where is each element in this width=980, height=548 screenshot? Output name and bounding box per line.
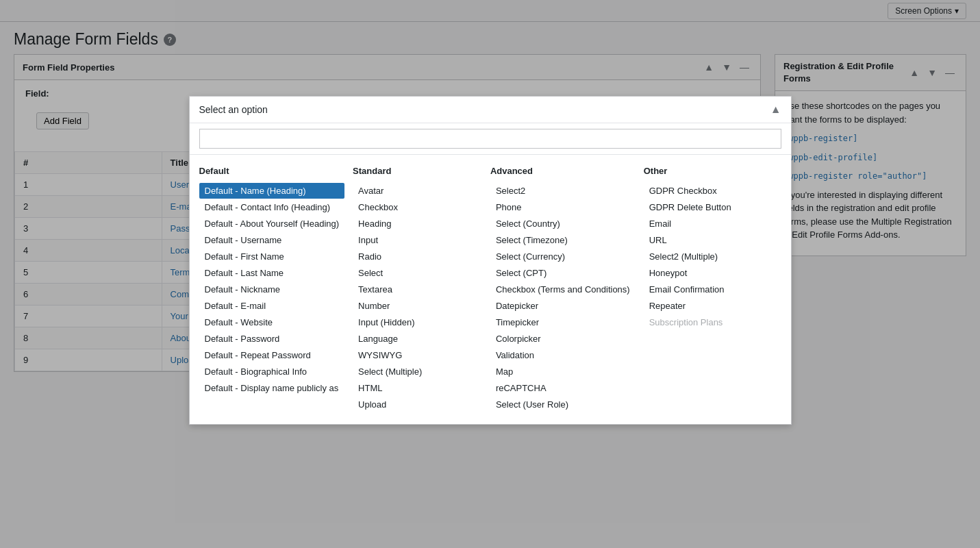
modal-option-item[interactable]: Select (User Role) [490,397,636,399]
modal-option-item[interactable]: Default - About Yourself (Heading) [199,216,345,232]
modal-option-item[interactable]: Validation [490,347,636,363]
modal-col-other: OtherGDPR CheckboxGDPR Delete ButtonEmai… [644,166,781,399]
modal-option-item[interactable]: Default - Username [199,232,345,248]
modal-option-item[interactable]: Default - Name (Heading) [199,183,345,199]
modal-col-advanced: AdvancedSelect2PhoneSelect (Country)Sele… [490,166,644,399]
modal-option-item[interactable]: Select (Country) [490,216,636,232]
modal-option-item[interactable]: Select (Timezone) [490,232,636,248]
modal-overlay: Select an option ▲ DefaultDefault - Name… [0,0,980,399]
modal-option-item[interactable]: Select (Currency) [490,249,636,264]
modal-option-item[interactable]: WYSIWYG [353,347,482,363]
modal-option-item[interactable]: Upload [353,397,482,399]
modal-option-item[interactable]: Default - Repeat Password [199,347,345,363]
modal-option-item[interactable]: Input (Hidden) [353,314,482,330]
modal-box: Select an option ▲ DefaultDefault - Name… [189,96,792,399]
modal-columns: DefaultDefault - Name (Heading)Default -… [190,155,791,399]
modal-close-button[interactable]: ▲ [770,103,781,116]
col-heading-standard: Standard [353,166,482,176]
modal-option-item[interactable]: Default - Biographical Info [199,364,345,379]
modal-option-item[interactable]: Default - Nickname [199,282,345,297]
modal-option-item[interactable]: Heading [353,216,482,232]
modal-search-area [190,123,791,155]
modal-option-item[interactable]: Default - Last Name [199,265,345,281]
modal-option-item[interactable]: Avatar [353,183,482,199]
modal-option-item[interactable]: Email Confirmation [644,282,773,297]
col-heading-other: Other [644,166,773,176]
modal-option-item[interactable]: Language [353,331,482,347]
modal-option-item[interactable]: Checkbox (Terms and Conditions) [490,282,636,297]
modal-search-input[interactable] [199,129,781,149]
modal-option-item[interactable]: Phone [490,199,636,215]
modal-option-item[interactable]: Map [490,364,636,379]
modal-option-item[interactable]: Select (CPT) [490,265,636,281]
modal-option-item[interactable]: Timepicker [490,314,636,330]
modal-option-item[interactable]: Default - First Name [199,249,345,264]
modal-option-item[interactable]: Select [353,265,482,281]
modal-option-item[interactable]: Email [644,216,773,232]
modal-option-item[interactable]: Textarea [353,282,482,297]
modal-option-item[interactable]: Number [353,298,482,314]
modal-option-item[interactable]: Default - Contact Info (Heading) [199,199,345,215]
modal-option-item[interactable]: Default - Website [199,314,345,330]
modal-option-item[interactable]: Select2 (Multiple) [644,249,773,264]
modal-header: Select an option ▲ [190,97,791,123]
col-heading-advanced: Advanced [490,166,636,176]
modal-option-item[interactable]: reCAPTCHA [490,380,636,396]
modal-option-item[interactable]: GDPR Checkbox [644,183,773,199]
modal-option-item[interactable]: Radio [353,249,482,264]
modal-option-item[interactable]: Default - Display name publicly as [199,380,345,396]
modal-option-item[interactable]: URL [644,232,773,248]
col-heading-default: Default [199,166,345,176]
modal-option-item[interactable]: Input [353,232,482,248]
modal-option-item[interactable]: Checkbox [353,199,482,215]
modal-option-item[interactable]: Colorpicker [490,331,636,347]
modal-option-item[interactable]: Datepicker [490,298,636,314]
modal-title: Select an option [199,104,268,115]
modal-option-item[interactable]: Honeypot [644,265,773,281]
modal-col-standard: StandardAvatarCheckboxHeadingInputRadioS… [353,166,490,399]
modal-option-item[interactable]: Select (Multiple) [353,364,482,379]
modal-option-item[interactable]: Default - E-mail [199,298,345,314]
modal-option-item[interactable]: Default - Password [199,331,345,347]
modal-col-default: DefaultDefault - Name (Heading)Default -… [199,166,353,399]
modal-option-item[interactable]: Repeater [644,298,773,314]
modal-option-item[interactable]: Select2 [490,183,636,199]
modal-option-item: Subscription Plans [644,314,773,330]
modal-option-item[interactable]: HTML [353,380,482,396]
modal-option-item[interactable]: GDPR Delete Button [644,199,773,215]
